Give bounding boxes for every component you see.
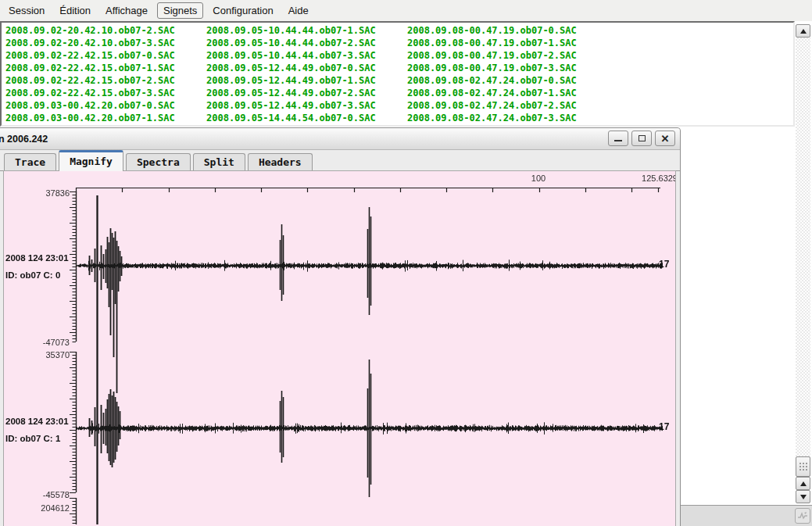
file-list-item[interactable]: 2008.09.05-10.44.44.ob07-2.SAC	[206, 37, 407, 49]
file-list-item[interactable]: 2008.09.03-00.42.20.ob07-0.SAC	[5, 99, 206, 112]
scroll-up-button-top[interactable]	[796, 24, 810, 38]
trace-window: n 2006.242 ✕ TraceMagnifySpectraSplitHea…	[0, 127, 681, 526]
sac-file-list[interactable]: 2008.09.02-20.42.10.ob07-2.SAC2008.09.02…	[0, 21, 795, 127]
grip-dots-icon	[799, 462, 807, 472]
scale-min-label: -47073	[4, 338, 70, 347]
scale-min-label: -45578	[4, 490, 70, 499]
file-list-item[interactable]: 2008.09.08-00.47.19.ob07-0.SAC	[407, 24, 608, 37]
menu-bar: SessionÉditionAffichageSignetsConfigurat…	[0, 0, 812, 21]
waveform-pen-icon	[797, 511, 808, 521]
file-list-item[interactable]: 2008.09.08-02.47.24.ob07-3.SAC	[407, 112, 608, 124]
file-list-item[interactable]: 2008.09.02-22.42.15.ob07-2.SAC	[5, 74, 206, 87]
file-list-item[interactable]: 2008.09.05-14.44.54.ob07-0.SAC	[206, 112, 407, 124]
tab-spectra[interactable]: Spectra	[126, 153, 191, 170]
menu-item-aide[interactable]: Aide	[283, 3, 314, 18]
close-button[interactable]: ✕	[655, 131, 675, 146]
down-arrow-icon	[800, 495, 807, 499]
close-icon: ✕	[661, 134, 670, 144]
menu-item-configuration[interactable]: Configuration	[207, 3, 278, 18]
file-list-item[interactable]: 2008.09.08-02.47.24.ob07-1.SAC	[407, 87, 608, 99]
bottom-right-panel	[680, 505, 812, 526]
window-title: n 2006.242	[0, 134, 48, 145]
file-list-item[interactable]: 2008.09.02-22.42.15.ob07-3.SAC	[5, 87, 206, 99]
file-column-2: 2008.09.05-10.44.44.ob07-1.SAC2008.09.05…	[206, 24, 407, 125]
corner-tool-button[interactable]	[795, 508, 810, 524]
menu-item-signets[interactable]: Signets	[157, 2, 203, 19]
maximize-icon	[639, 135, 646, 141]
minimize-button[interactable]	[608, 131, 628, 146]
file-list-item[interactable]: 2008.09.08-00.47.19.ob07-1.SAC	[407, 37, 608, 49]
file-list-item[interactable]: 2008.09.05-12.44.49.ob07-3.SAC	[206, 99, 407, 112]
scrollbar-thumb[interactable]	[796, 456, 810, 477]
trace-id-label: ID: ob07 C: 0	[5, 270, 60, 280]
tab-trace[interactable]: Trace	[4, 153, 56, 170]
file-list-item[interactable]: 2008.09.02-20.42.10.ob07-2.SAC	[5, 24, 206, 37]
file-list-item[interactable]: 2008.09.02-22.42.15.ob07-0.SAC	[5, 49, 206, 62]
tab-magnify[interactable]: Magnify	[59, 150, 123, 171]
file-column-1: 2008.09.02-20.42.10.ob07-2.SAC2008.09.02…	[5, 24, 206, 125]
up-arrow-icon	[800, 29, 807, 34]
trace-time-label: 2008 124 23:01	[5, 253, 69, 263]
window-titlebar[interactable]: n 2006.242 ✕	[0, 128, 680, 150]
scrollbar-track[interactable]	[796, 38, 810, 477]
main-vertical-scrollbar[interactable]	[796, 24, 810, 503]
up-arrow-icon	[800, 481, 807, 486]
file-column-3: 2008.09.08-00.47.19.ob07-0.SAC2008.09.08…	[407, 24, 608, 125]
file-list-item[interactable]: 2008.09.08-02.47.24.ob07-0.SAC	[407, 74, 608, 87]
file-list-item[interactable]: 2008.09.05-12.44.49.ob07-0.SAC	[206, 62, 407, 74]
file-list-item[interactable]: 2008.09.08-00.47.19.ob07-2.SAC	[407, 49, 608, 62]
file-list-item[interactable]: 2008.09.05-10.44.44.ob07-3.SAC	[206, 49, 407, 62]
screen: SessionÉditionAffichageSignetsConfigurat…	[0, 0, 812, 526]
tab-headers[interactable]: Headers	[248, 153, 313, 170]
file-list-item[interactable]: 2008.09.02-22.42.15.ob07-1.SAC	[5, 62, 206, 74]
file-list-item[interactable]: 2008.09.08-02.47.24.ob07-2.SAC	[407, 99, 608, 112]
seismogram-canvas[interactable]	[4, 171, 676, 524]
menu-item-session[interactable]: Session	[3, 3, 50, 18]
trace-id-label: ID: ob07 C: 1	[5, 434, 60, 443]
menu-item-affichage[interactable]: Affichage	[100, 3, 153, 18]
scale-max-label: 37836	[4, 188, 70, 198]
tab-bar: TraceMagnifySpectraSplitHeaders	[0, 150, 680, 171]
file-list-item[interactable]: 2008.09.08-00.47.19.ob07-3.SAC	[407, 62, 608, 74]
menu-item-édition[interactable]: Édition	[54, 3, 96, 18]
file-list-item[interactable]: 2008.09.05-10.44.44.ob07-1.SAC	[206, 24, 407, 37]
tab-split[interactable]: Split	[193, 153, 245, 170]
x-axis-end-label: 125.6329	[615, 174, 676, 183]
file-list-item[interactable]: 2008.09.05-12.44.49.ob07-1.SAC	[206, 74, 407, 87]
trace-end-label: 17	[659, 421, 669, 432]
scale-max-label: 204612	[4, 503, 70, 513]
trace-end-label: 17	[659, 259, 669, 270]
file-list-item[interactable]: 2008.09.05-12.44.49.ob07-2.SAC	[206, 87, 407, 99]
scroll-down-button[interactable]	[796, 490, 810, 503]
scroll-up-button-bottom[interactable]	[796, 477, 810, 490]
magnify-plot-panel[interactable]: 100 125.6329 37836-470732008 124 23:01ID…	[3, 170, 676, 526]
file-list-item[interactable]: 2008.09.03-00.42.20.ob07-1.SAC	[5, 112, 206, 124]
file-list-item[interactable]: 2008.09.02-20.42.10.ob07-3.SAC	[5, 37, 206, 49]
maximize-button[interactable]	[631, 131, 652, 146]
minimize-icon	[614, 140, 622, 141]
x-axis-tick-label: 100	[520, 174, 557, 183]
trace-time-label: 2008 124 23:01	[5, 417, 69, 426]
scale-max-label: 35370	[4, 350, 70, 360]
